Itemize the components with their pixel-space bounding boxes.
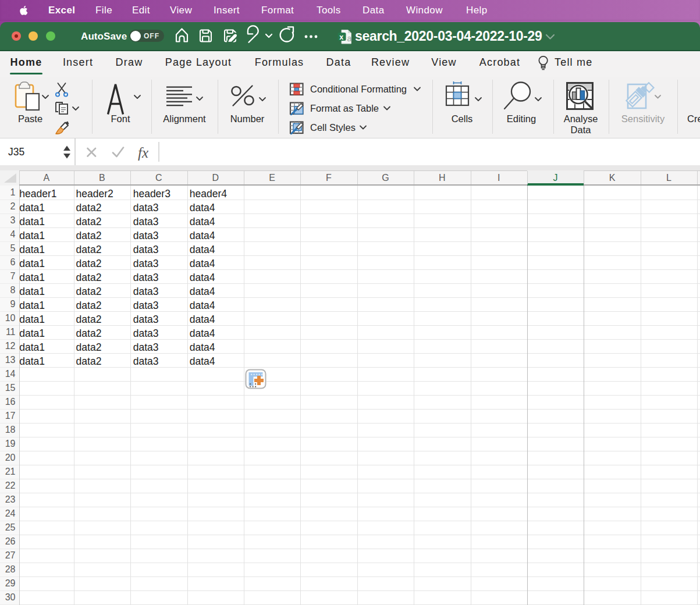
svg-text:a: a [347, 34, 352, 43]
svg-text:x: x [339, 33, 343, 41]
svg-text:fx: fx [138, 145, 148, 161]
